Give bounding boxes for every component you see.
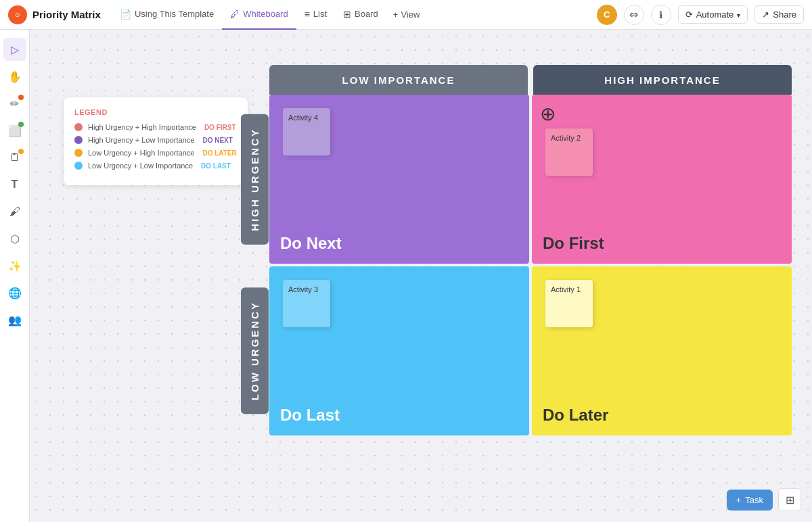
view-button[interactable]: + View [386,0,427,30]
avatar: C [597,5,617,25]
add-task-button[interactable]: + Task [727,490,773,511]
y-label-low-text: LOW URGENCY [241,287,269,414]
topbar: ⊙ Priority Matrix 📄 Using This Template … [0,0,812,30]
globe-tool[interactable]: 🌐 [3,281,26,304]
grid-view-button[interactable]: ⊞ [778,488,801,511]
logo: ⊙ [8,5,27,24]
page-title: Priority Matrix [32,9,101,20]
legend-text-later: Low Urgency + High Importance [88,149,194,157]
shape-tool[interactable]: ⬜ [3,119,26,142]
plus-icon: + [393,9,399,20]
legend-item-first: High Urgency + High Importance DO FIRST [74,123,237,131]
svg-text:⊙: ⊙ [15,11,20,18]
nav-list[interactable]: ≡ List [296,0,335,30]
main-area: ▷ ✋ ✏ ⬜ 🗒 T 🖌 ⬡ ✨ 🌐 👥 LEGEND High Urgenc… [0,30,812,522]
pen-tool[interactable]: ✏ [3,92,26,115]
legend-dot-first [74,123,83,131]
legend-dot-later [74,149,83,157]
legend-item-last: Low Urgency + Low Importance DO LAST [74,162,237,170]
header-high-importance: HIGH IMPORTANCE [533,65,792,95]
automate-button[interactable]: ⟳ Automate [678,5,748,24]
matrix-grid: Activity 4 Do Next ⊕ Activity 2 Do First [269,95,792,435]
share-button[interactable]: ↗ Share [754,5,804,24]
pen-dot [18,95,24,100]
automate-icon: ⟳ [685,9,693,20]
sticky-dot [18,149,24,154]
ai-tool[interactable]: ✨ [3,254,26,277]
nav-board[interactable]: ⊞ Board [335,0,386,30]
legend-title: LEGEND [74,108,237,116]
legend-text-first: High Urgency + High Importance [88,123,196,131]
legend-text-last: Low Urgency + Low Importance [88,162,193,170]
sidebar: ▷ ✋ ✏ ⬜ 🗒 T 🖌 ⬡ ✨ 🌐 👥 [0,30,30,522]
sticky-activity3[interactable]: Activity 3 [283,280,330,327]
y-label-high-text: HIGH URGENCY [241,114,269,245]
shape-dot [18,122,24,127]
legend-item-next: High Urgency + Low Importance DO NEXT [74,136,237,144]
template-icon: 📄 [120,9,131,20]
grid-icon: ⊞ [786,494,794,506]
legend-dot-next [74,136,83,144]
matrix-y-labels: HIGH URGENCY LOW URGENCY [240,95,269,435]
cell-label-do-next: Do Next [280,234,518,253]
legend-badge-next: DO NEXT [202,137,232,144]
cell-do-last[interactable]: Activity 3 Do Last [269,266,529,435]
legend-item-later: Low Urgency + High Importance DO LATER [74,149,237,157]
whiteboard-icon: 🖊 [230,9,240,20]
y-label-high: HIGH URGENCY [240,95,269,264]
expand-icon-btn[interactable]: ⇔ [624,5,644,25]
info-icon-btn[interactable]: ℹ [651,5,671,25]
board-icon: ⊞ [343,9,351,20]
brush-tool[interactable]: 🖌 [3,200,26,223]
people-tool[interactable]: 👥 [3,308,26,331]
cell-do-first[interactable]: ⊕ Activity 2 Do First [532,95,792,264]
canvas[interactable]: LEGEND High Urgency + High Importance DO… [30,30,812,522]
legend: LEGEND High Urgency + High Importance DO… [64,97,248,185]
cell-do-later[interactable]: Activity 1 Do Later [532,266,792,435]
list-icon: ≡ [304,9,310,20]
matrix-body: HIGH URGENCY LOW URGENCY Activity 4 Do N… [240,95,792,435]
cell-do-next[interactable]: Activity 4 Do Next [269,95,529,264]
text-tool[interactable]: T [3,173,26,196]
cell-label-do-last: Do Last [280,406,518,425]
cell-label-do-later: Do Later [543,406,781,425]
legend-text-next: High Urgency + Low Importance [88,136,194,144]
legend-badge-later: DO LATER [202,149,236,157]
cursor-tool[interactable]: ▷ [3,38,26,61]
sticky-activity1[interactable]: Activity 1 [545,280,593,327]
nav-whiteboard[interactable]: 🖊 Whiteboard [222,0,296,30]
diagram-tool[interactable]: ⬡ [3,227,26,250]
add-task-plus-icon: + [736,495,742,505]
chevron-down-icon [737,9,740,20]
topbar-right: C ⇔ ℹ ⟳ Automate ↗ Share [597,5,804,25]
sticky-activity4[interactable]: Activity 4 [283,108,330,156]
nav-template[interactable]: 📄 Using This Template [112,0,222,30]
matrix-container: LOW IMPORTANCE HIGH IMPORTANCE HIGH URGE… [240,65,792,502]
sticky-tool[interactable]: 🗒 [3,146,26,169]
legend-badge-first: DO FIRST [204,124,236,131]
hand-tool[interactable]: ✋ [3,65,26,88]
y-label-low: LOW URGENCY [240,266,269,435]
legend-dot-last [74,162,83,170]
sticky-activity2[interactable]: Activity 2 [545,128,593,176]
cell-label-do-first: Do First [543,234,781,253]
header-low-importance: LOW IMPORTANCE [269,65,528,95]
bottom-right-controls: + Task ⊞ [727,488,801,511]
alert-icon: ⊕ [540,103,556,125]
share-icon: ↗ [762,9,769,20]
legend-badge-last: DO LAST [201,162,231,170]
matrix-header-row: LOW IMPORTANCE HIGH IMPORTANCE [269,65,792,95]
